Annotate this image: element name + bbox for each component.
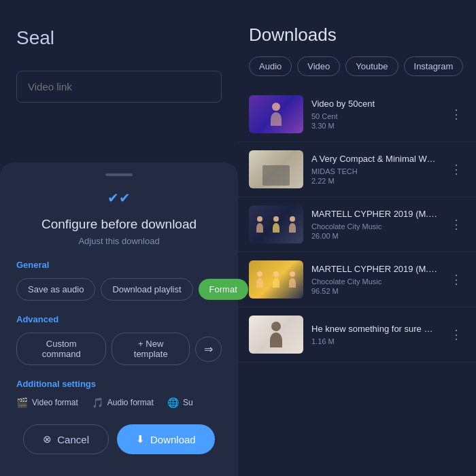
sheet-handle — [105, 173, 133, 176]
download-thumbnail — [249, 95, 303, 133]
download-item-artist: Chocolate City Music — [311, 222, 439, 231]
subtitle-icon: 🌐 — [167, 397, 179, 408]
audio-format-setting[interactable]: 🎵 Audio format — [92, 397, 154, 408]
advanced-section-label: Advanced — [16, 314, 222, 324]
download-item: MARTELL CYPHER 2019 (M.I. ABAGA, BLAQBON… — [238, 252, 476, 307]
downloads-title: Downloads — [249, 24, 465, 46]
downloads-list: Video by 50cent50 Cent3.30 M⋮ A Very Com… — [238, 87, 476, 476]
download-item-info: MARTELL CYPHER 2019 (M.I. ABAGA, BLAQBON… — [311, 209, 439, 241]
bottom-sheet: ✔✔ Configure before download Adjust this… — [0, 163, 238, 476]
download-item-size: 3.30 M — [311, 122, 439, 130]
download-item-size: 96.52 M — [311, 287, 439, 295]
filter-tabs: AudioVideoYoutubeInstagram — [249, 56, 465, 76]
filter-tab-youtube[interactable]: Youtube — [345, 56, 398, 76]
template-icon-button[interactable]: ⇒ — [195, 337, 222, 362]
download-item-title: A Very Compact & Minimal Workspace Desk … — [311, 154, 439, 165]
download-thumbnail — [249, 260, 303, 299]
filter-tab-audio[interactable]: Audio — [249, 56, 292, 76]
download-playlist-button[interactable]: Download playlist — [101, 278, 192, 301]
download-thumbnail — [249, 205, 303, 243]
download-item-artist: MIDAS TECH — [311, 167, 439, 175]
download-item-info: Video by 50cent50 Cent3.30 M — [311, 99, 439, 131]
download-item-info: He knew something for sure 😊 repost: @jo… — [311, 324, 439, 346]
general-button-row: Save as audio Download playlist Format — [16, 278, 222, 301]
download-item-menu[interactable]: ⋮ — [447, 324, 465, 345]
download-thumbnail — [249, 150, 303, 188]
download-item-info: A Very Compact & Minimal Workspace Desk … — [311, 154, 439, 186]
configure-title: Configure before download — [16, 217, 222, 232]
download-thumbnail — [249, 316, 303, 354]
download-item-info: MARTELL CYPHER 2019 (M.I. ABAGA, BLAQBON… — [311, 264, 439, 296]
left-panel: Seal ✔✔ Configure before download Adjust… — [0, 0, 238, 476]
download-label: Download — [150, 434, 196, 445]
format-button[interactable]: Format — [199, 279, 248, 300]
download-item: He knew something for sure 😊 repost: @jo… — [238, 307, 476, 362]
video-format-label: Video format — [32, 398, 78, 407]
double-check-icon: ✔✔ — [16, 190, 222, 206]
download-item-size: 2.22 M — [311, 177, 439, 185]
settings-row: 🎬 Video format 🎵 Audio format 🌐 Su — [16, 397, 222, 408]
action-buttons: ⊗ Cancel ⬇ Download — [16, 424, 222, 454]
download-item-artist: Chocolate City Music — [311, 277, 439, 286]
video-format-icon: 🎬 — [16, 397, 28, 408]
filter-tab-video[interactable]: Video — [297, 56, 340, 76]
filter-tab-instagram[interactable]: Instagram — [404, 56, 464, 76]
new-template-button[interactable]: + New template — [112, 333, 190, 365]
download-icon: ⬇ — [136, 433, 145, 445]
download-item-size: 26.00 M — [311, 232, 439, 240]
download-item: MARTELL CYPHER 2019 (M.I. ABAGA, BLAQBON… — [238, 197, 476, 252]
subtitle-setting[interactable]: 🌐 Su — [167, 397, 193, 408]
custom-command-button[interactable]: Custom command — [16, 333, 106, 365]
video-format-setting[interactable]: 🎬 Video format — [16, 397, 78, 408]
configure-subtitle: Adjust this download — [16, 236, 222, 246]
download-item-title: MARTELL CYPHER 2019 (M.I. ABAGA, BLAQBON… — [311, 264, 439, 275]
download-item-menu[interactable]: ⋮ — [447, 104, 465, 124]
cancel-icon: ⊗ — [43, 433, 52, 445]
download-item-menu[interactable]: ⋮ — [447, 159, 465, 180]
download-item-title: Video by 50cent — [311, 99, 439, 110]
advanced-button-row: Custom command + New template ⇒ — [16, 333, 222, 365]
cancel-button[interactable]: ⊗ Cancel — [23, 424, 109, 454]
save-audio-button[interactable]: Save as audio — [16, 278, 95, 301]
general-section-label: General — [16, 260, 222, 270]
download-item: A Very Compact & Minimal Workspace Desk … — [238, 142, 476, 197]
download-button[interactable]: ⬇ Download — [117, 424, 215, 454]
subtitle-label: Su — [183, 398, 193, 407]
additional-settings-label: Additional settings — [16, 379, 222, 389]
download-item: Video by 50cent50 Cent3.30 M⋮ — [238, 87, 476, 142]
download-item-artist: 50 Cent — [311, 112, 439, 120]
download-item-title: MARTELL CYPHER 2019 (M.I. ABAGA, BLAQBON… — [311, 209, 439, 220]
cancel-label: Cancel — [57, 434, 89, 445]
audio-format-label: Audio format — [107, 398, 154, 407]
downloads-header: Downloads AudioVideoYoutubeInstagram — [238, 0, 476, 87]
right-panel: Downloads AudioVideoYoutubeInstagram Vid… — [238, 0, 476, 476]
download-item-size: 1.16 M — [311, 337, 439, 345]
audio-format-icon: 🎵 — [92, 397, 103, 408]
app-title: Seal — [16, 27, 222, 49]
download-item-menu[interactable]: ⋮ — [447, 214, 465, 235]
video-link-input[interactable] — [16, 71, 222, 103]
download-item-menu[interactable]: ⋮ — [447, 269, 465, 290]
new-template-label: + New template — [122, 339, 180, 359]
download-item-title: He knew something for sure 😊 repost: @jo… — [311, 324, 439, 335]
template-arrow-icon: ⇒ — [204, 343, 213, 355]
